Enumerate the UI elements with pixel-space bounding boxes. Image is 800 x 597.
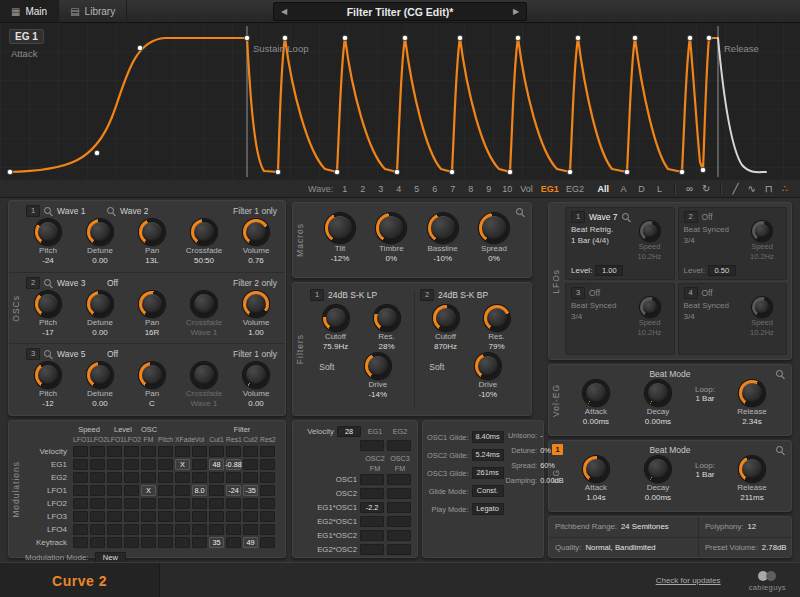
matrix-cell[interactable] — [243, 511, 258, 522]
velocity-amount-cell[interactable]: 28 — [337, 426, 361, 437]
matrix-cell[interactable] — [243, 472, 258, 483]
knob-dial[interactable] — [243, 362, 269, 388]
quality-setting[interactable]: Quality: Normal, Bandlimited — [549, 537, 698, 558]
envelope-node[interactable] — [244, 35, 249, 40]
osc3-volume-knob[interactable]: Volume0.00 — [231, 362, 281, 408]
matrix-cell[interactable]: 35 — [209, 537, 224, 548]
knob-dial[interactable] — [484, 305, 510, 331]
knob-dial[interactable] — [365, 353, 391, 379]
matrix-cell[interactable] — [260, 446, 275, 457]
matrix-cell[interactable] — [175, 498, 190, 509]
wave-10-button[interactable]: 10 — [500, 183, 513, 195]
matrix-cell[interactable] — [107, 459, 122, 470]
filter2-clip-mode-select[interactable]: Soft — [429, 362, 444, 372]
loop-segment-button[interactable]: L — [653, 183, 666, 195]
matrix-cell[interactable] — [192, 459, 207, 470]
bassline-macro-knob[interactable]: Bassline-10% — [418, 213, 468, 263]
wave-7-button[interactable]: 7 — [446, 183, 459, 195]
matrix-cell[interactable] — [73, 498, 88, 509]
attack-segment-button[interactable]: A — [617, 183, 630, 195]
matrix-cell[interactable] — [158, 485, 173, 496]
osc1-volume-knob[interactable]: Volume0.76 — [231, 219, 281, 265]
wave-2-button[interactable]: 2 — [356, 183, 369, 195]
matrix-cell[interactable] — [243, 446, 258, 457]
fm-cell[interactable] — [387, 530, 411, 541]
matrix-cell[interactable] — [260, 511, 275, 522]
envelope-node[interactable] — [7, 169, 12, 174]
eg-attack-knob[interactable]: Attack1.04s — [571, 456, 621, 502]
knob-dial[interactable] — [35, 219, 61, 245]
envelope-node[interactable] — [402, 35, 407, 40]
wave-1-button[interactable]: 1 — [338, 183, 351, 195]
matrix-cell[interactable] — [243, 459, 258, 470]
check-updates-link[interactable]: Check for updates — [656, 576, 721, 585]
fm-cell[interactable] — [387, 516, 411, 527]
knob-dial[interactable] — [191, 291, 217, 317]
osc2-volume-knob[interactable]: Volume1.00 — [231, 291, 281, 337]
envelope-node[interactable] — [507, 169, 512, 174]
lfo1-wave-select[interactable]: Wave 7 — [589, 212, 618, 222]
osc2-crossfade-knob[interactable]: CrossfadeWave 1 — [179, 291, 229, 337]
knob-dial[interactable] — [752, 221, 772, 241]
knob-dial[interactable] — [139, 362, 165, 388]
matrix-cell[interactable] — [175, 537, 190, 548]
timbre-macro-knob[interactable]: Timbre0% — [366, 213, 416, 263]
matrix-cell[interactable]: -0.88 — [226, 459, 241, 470]
matrix-cell[interactable] — [260, 524, 275, 535]
glide-mode-select[interactable]: Const. — [472, 485, 504, 497]
matrix-cell[interactable] — [260, 485, 275, 496]
osc3-detune-knob[interactable]: Detune0.00 — [75, 362, 125, 408]
tab-main[interactable]: ▦ Main — [0, 0, 59, 22]
matrix-cell[interactable]: X — [175, 459, 190, 470]
knob-dial[interactable] — [87, 291, 113, 317]
matrix-cell[interactable] — [107, 511, 122, 522]
zoom-icon[interactable] — [107, 207, 116, 216]
matrix-cell[interactable] — [226, 524, 241, 535]
matrix-cell[interactable] — [209, 498, 224, 509]
matrix-cell[interactable] — [226, 472, 241, 483]
matrix-cell[interactable] — [243, 524, 258, 535]
velocity-eg2-cell[interactable] — [387, 440, 411, 451]
osc3-wave-a-select[interactable]: Wave 5 — [57, 349, 103, 359]
matrix-cell[interactable]: 48 — [209, 459, 224, 470]
osc2-wave-b-select[interactable]: Off — [107, 278, 153, 288]
osc1-crossfade-knob[interactable]: Crossfade50:50 — [179, 219, 229, 265]
osc3-pan-knob[interactable]: PanC — [127, 362, 177, 408]
matrix-cell[interactable] — [260, 472, 275, 483]
matrix-cell[interactable] — [107, 498, 122, 509]
vol-eg-beat-mode-select[interactable]: Beat Mode — [549, 365, 791, 379]
matrix-cell[interactable] — [260, 459, 275, 470]
envelope-node[interactable] — [515, 35, 520, 40]
lfo2-speed-knob[interactable]: Speed10.2Hz — [740, 221, 784, 261]
zoom-icon[interactable] — [44, 207, 53, 216]
knob-dial[interactable] — [376, 213, 406, 243]
knob-dial[interactable] — [479, 213, 509, 243]
osc1-filter-routing-select[interactable]: Filter 1 only — [233, 206, 277, 216]
zoom-icon[interactable] — [44, 279, 53, 288]
envelope-editor[interactable]: EG 1 Attack Sustain Loop Release — [0, 22, 800, 181]
knob-dial[interactable] — [374, 305, 400, 331]
spread-value[interactable]: 60% — [540, 461, 564, 470]
preset-next-button[interactable]: ▶ — [506, 7, 526, 16]
knob-dial[interactable] — [139, 219, 165, 245]
matrix-cell[interactable] — [73, 537, 88, 548]
envelope-node[interactable] — [449, 169, 454, 174]
osc1-wave-a-select[interactable]: Wave 1 — [57, 206, 103, 216]
envelope-node[interactable] — [679, 169, 684, 174]
fm-cell[interactable] — [387, 474, 411, 485]
osc2-filter-routing-select[interactable]: Filter 2 only — [233, 278, 277, 288]
eg-loop-select[interactable]: Loop: 1 Bar — [695, 461, 715, 479]
envelope-node[interactable] — [700, 167, 705, 172]
osc2-glide-value[interactable]: 5.24ms — [472, 449, 504, 461]
envelope-node[interactable] — [624, 169, 629, 174]
matrix-cell[interactable] — [90, 537, 105, 548]
preset-name[interactable]: Filter Tilter (CG Edit)* — [294, 6, 506, 18]
matrix-cell[interactable] — [175, 446, 190, 457]
envelope-node[interactable] — [706, 35, 711, 40]
vol-eg-loop-select[interactable]: Loop: 1 Bar — [695, 385, 715, 403]
matrix-cell[interactable] — [107, 472, 122, 483]
knob-dial[interactable] — [739, 380, 765, 406]
matrix-cell[interactable] — [73, 485, 88, 496]
damping-value[interactable]: 0.00dB — [540, 476, 564, 485]
knob-dial[interactable] — [583, 456, 609, 482]
